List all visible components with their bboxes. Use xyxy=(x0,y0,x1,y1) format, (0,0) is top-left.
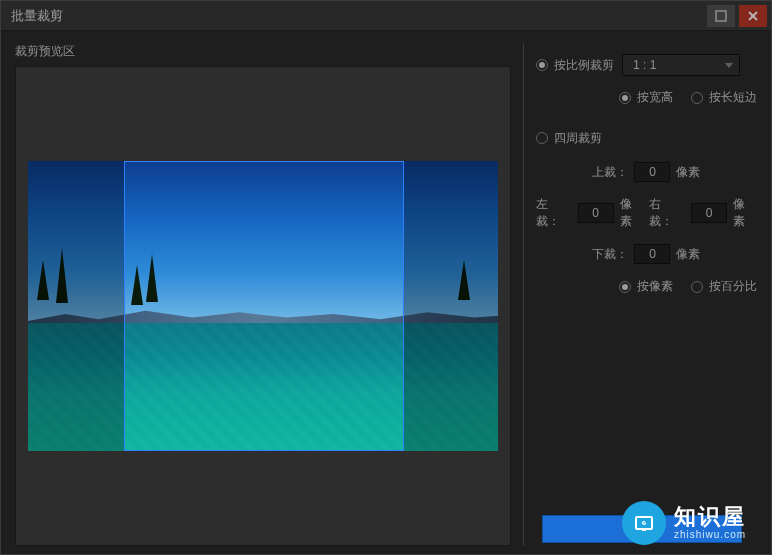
minimize-icon xyxy=(715,10,727,22)
ratio-mode-row: 按宽高 按长短边 xyxy=(536,89,757,106)
close-button[interactable] xyxy=(739,5,767,27)
unit-mode-row: 按像素 按百分比 xyxy=(536,278,757,295)
unit-pct-label: 按百分比 xyxy=(709,278,757,295)
controls-panel: 按比例裁剪 1 : 1 按宽高 按长短边 四周裁剪 xyxy=(532,43,763,546)
left-right-crop-row: 左裁： 像素 右裁： 像素 xyxy=(536,196,757,230)
by-width-height-label: 按宽高 xyxy=(637,89,673,106)
by-short-edge-label: 按长短边 xyxy=(709,89,757,106)
chevron-down-icon xyxy=(725,63,733,68)
left-crop-unit: 像素 xyxy=(620,196,644,230)
sides-crop-radio[interactable] xyxy=(536,132,548,144)
ratio-select-value: 1 : 1 xyxy=(633,58,656,72)
right-crop-input[interactable] xyxy=(691,203,727,223)
svg-rect-0 xyxy=(716,11,726,21)
top-crop-row: 上裁： 像素 xyxy=(536,162,757,182)
sides-crop-label: 四周裁剪 xyxy=(554,130,602,147)
right-crop-unit: 像素 xyxy=(733,196,757,230)
bottom-crop-label: 下裁： xyxy=(592,246,628,263)
confirm-button[interactable]: 确 xyxy=(542,515,742,543)
bottom-crop-input[interactable] xyxy=(634,244,670,264)
preview-panel: 裁剪预览区 xyxy=(15,43,511,546)
confirm-button-label: 确 xyxy=(636,521,648,538)
unit-px-radio[interactable] xyxy=(619,281,631,293)
batch-crop-window: 批量裁剪 裁剪预览区 xyxy=(0,0,772,555)
by-width-height-option[interactable]: 按宽高 xyxy=(619,89,673,106)
titlebar[interactable]: 批量裁剪 xyxy=(1,1,771,31)
right-crop-label: 右裁： xyxy=(649,196,685,230)
unit-px-label: 按像素 xyxy=(637,278,673,295)
ratio-crop-row: 按比例裁剪 1 : 1 xyxy=(536,51,757,79)
ratio-crop-label: 按比例裁剪 xyxy=(554,57,614,74)
left-crop-input[interactable] xyxy=(578,203,614,223)
ratio-select[interactable]: 1 : 1 xyxy=(622,54,740,76)
preview-label: 裁剪预览区 xyxy=(15,43,511,60)
unit-px-option[interactable]: 按像素 xyxy=(619,278,673,295)
top-crop-input[interactable] xyxy=(634,162,670,182)
preview-image-wrap[interactable] xyxy=(28,161,498,451)
top-crop-label: 上裁： xyxy=(592,164,628,181)
ratio-crop-radio[interactable] xyxy=(536,59,548,71)
vertical-divider xyxy=(523,43,524,546)
preview-image xyxy=(28,161,498,451)
bottom-crop-row: 下裁： 像素 xyxy=(536,244,757,264)
sides-crop-row: 四周裁剪 xyxy=(536,124,757,152)
titlebar-buttons xyxy=(707,5,771,27)
left-crop-label: 左裁： xyxy=(536,196,572,230)
by-short-edge-radio[interactable] xyxy=(691,92,703,104)
unit-pct-option[interactable]: 按百分比 xyxy=(691,278,757,295)
by-width-height-radio[interactable] xyxy=(619,92,631,104)
window-body: 裁剪预览区 按比例裁剪 1 : 1 xyxy=(1,31,771,554)
unit-pct-radio[interactable] xyxy=(691,281,703,293)
minimize-button[interactable] xyxy=(707,5,735,27)
preview-box xyxy=(15,66,511,546)
close-icon xyxy=(747,10,759,22)
by-short-edge-option[interactable]: 按长短边 xyxy=(691,89,757,106)
bottom-crop-unit: 像素 xyxy=(676,246,700,263)
window-title: 批量裁剪 xyxy=(11,7,63,25)
top-crop-unit: 像素 xyxy=(676,164,700,181)
